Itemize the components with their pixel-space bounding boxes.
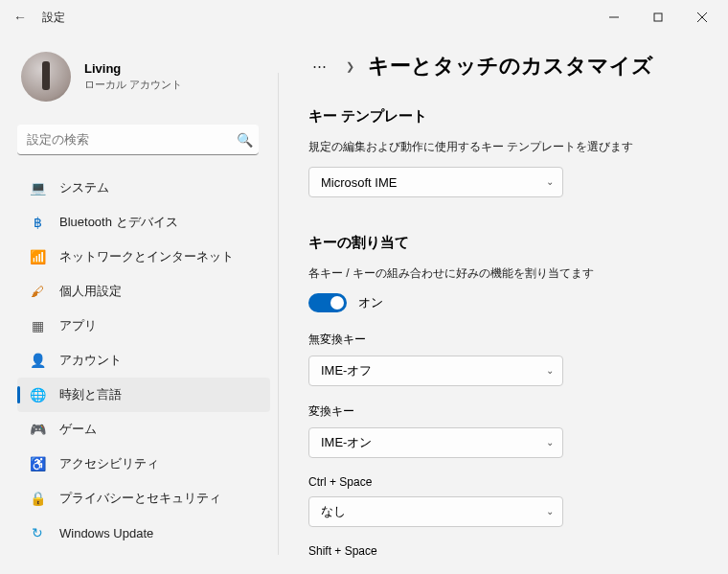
- search-icon: 🔍: [237, 132, 253, 148]
- sidebar-item-personalization[interactable]: 🖌 個人用設定: [17, 274, 270, 309]
- sidebar: Living ローカル アカウント 🔍 💻 システム ฿ Bluetooth と…: [0, 34, 278, 574]
- back-button[interactable]: ←: [11, 10, 29, 25]
- breadcrumb-ellipsis[interactable]: ⋯: [308, 57, 332, 75]
- field-label-henkan: 変換キー: [308, 403, 699, 420]
- maximize-button[interactable]: [636, 0, 680, 34]
- field-label-shift-space: Shift + Space: [308, 544, 699, 558]
- sidebar-item-label: アプリ: [59, 317, 97, 334]
- avatar: [21, 52, 71, 102]
- field-label-muhenkan: 無変換キー: [308, 332, 699, 348]
- henkan-select-value: IME-オン: [308, 427, 563, 458]
- sidebar-item-label: アクセシビリティ: [59, 455, 159, 472]
- bluetooth-icon: ฿: [29, 214, 46, 231]
- template-select-value: Microsoft IME: [308, 167, 563, 197]
- app-title: 設定: [42, 10, 65, 26]
- sidebar-item-privacy[interactable]: 🔒 プライバシーとセキュリティ: [17, 481, 270, 516]
- person-icon: 👤: [29, 352, 46, 369]
- apps-icon: ▦: [29, 317, 46, 334]
- brush-icon: 🖌: [29, 283, 46, 300]
- sidebar-item-label: システム: [59, 179, 109, 196]
- sidebar-item-update[interactable]: ↻ Windows Update: [17, 516, 270, 550]
- sidebar-item-time-language[interactable]: 🌐 時刻と言語: [17, 378, 270, 412]
- sidebar-item-label: ネットワークとインターネット: [59, 248, 234, 265]
- svg-rect-1: [654, 13, 662, 21]
- close-button[interactable]: [680, 0, 724, 34]
- window-controls: [592, 0, 724, 34]
- sidebar-item-gaming[interactable]: 🎮 ゲーム: [17, 412, 270, 447]
- user-subtitle: ローカル アカウント: [84, 78, 182, 92]
- gamepad-icon: 🎮: [29, 421, 46, 438]
- update-icon: ↻: [29, 524, 46, 541]
- sidebar-item-network[interactable]: 📶 ネットワークとインターネット: [17, 240, 270, 274]
- content-area: ⋯ ❯ キーとタッチのカスタマイズ キー テンプレート 規定の編集および動作に使…: [278, 34, 728, 574]
- sidebar-item-label: プライバシーとセキュリティ: [59, 490, 221, 507]
- assign-toggle-label: オン: [358, 294, 383, 311]
- template-heading: キー テンプレート: [308, 107, 699, 126]
- chevron-right-icon: ❯: [346, 60, 354, 73]
- titlebar: ← 設定: [0, 0, 728, 34]
- muhenkan-select-value: IME-オフ: [308, 356, 563, 386]
- search-input[interactable]: [17, 125, 259, 155]
- globe-icon: 🌐: [29, 386, 46, 403]
- sidebar-item-accessibility[interactable]: ♿ アクセシビリティ: [17, 447, 270, 481]
- accessibility-icon: ♿: [29, 455, 46, 472]
- template-desc: 規定の編集および動作に使用するキー テンプレートを選びます: [308, 139, 699, 155]
- user-name: Living: [84, 61, 182, 76]
- minimize-button[interactable]: [592, 0, 636, 34]
- search-box: 🔍: [17, 125, 270, 155]
- assign-heading: キーの割り当て: [308, 234, 699, 252]
- shield-icon: 🔒: [29, 490, 46, 507]
- sidebar-item-label: 個人用設定: [59, 283, 122, 300]
- sidebar-item-accounts[interactable]: 👤 アカウント: [17, 343, 270, 378]
- ctrl-space-select[interactable]: なし ⌄: [308, 496, 563, 527]
- ctrl-space-select-value: なし: [308, 496, 563, 527]
- user-profile[interactable]: Living ローカル アカウント: [17, 52, 270, 102]
- sidebar-item-bluetooth[interactable]: ฿ Bluetooth とデバイス: [17, 205, 270, 240]
- assign-desc: 各キー / キーの組み合わせに好みの機能を割り当てます: [308, 265, 699, 282]
- sidebar-item-label: アカウント: [59, 352, 122, 369]
- system-icon: 💻: [29, 179, 46, 196]
- sidebar-item-label: Windows Update: [59, 526, 153, 540]
- sidebar-item-label: ゲーム: [59, 421, 97, 438]
- template-select[interactable]: Microsoft IME ⌄: [308, 167, 563, 197]
- field-label-ctrl-space: Ctrl + Space: [308, 475, 699, 489]
- breadcrumb: ⋯ ❯ キーとタッチのカスタマイズ: [308, 52, 699, 80]
- wifi-icon: 📶: [29, 248, 46, 265]
- page-title: キーとタッチのカスタマイズ: [368, 52, 653, 80]
- henkan-select[interactable]: IME-オン ⌄: [308, 427, 563, 458]
- sidebar-item-label: Bluetooth とデバイス: [59, 214, 178, 231]
- assign-toggle[interactable]: [308, 293, 347, 312]
- sidebar-item-system[interactable]: 💻 システム: [17, 171, 270, 205]
- muhenkan-select[interactable]: IME-オフ ⌄: [308, 356, 563, 386]
- sidebar-item-label: 時刻と言語: [59, 386, 122, 403]
- sidebar-item-apps[interactable]: ▦ アプリ: [17, 309, 270, 343]
